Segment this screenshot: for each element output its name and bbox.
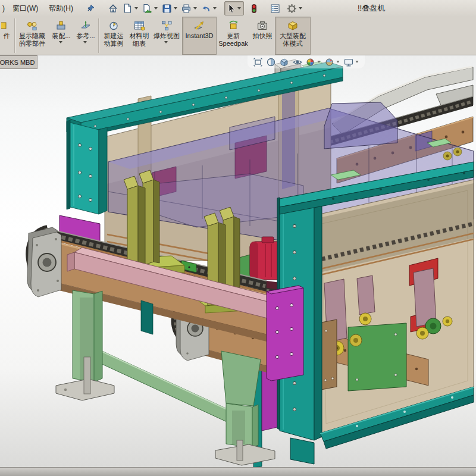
dropdown-arrow-icon[interactable] — [134, 7, 138, 10]
menu-bar: ) 窗口(W) 帮助(H) !!叠盘机 — [0, 0, 476, 17]
show-hidden-components-icon — [26, 19, 38, 32]
new-document-button[interactable] — [120, 2, 134, 15]
model-magenta-plate[interactable] — [267, 286, 303, 381]
appearance-icon[interactable] — [304, 56, 317, 68]
ribbon-button-large-assembly-mode[interactable]: 大型装配 体模式 — [275, 17, 311, 55]
ribbon-toolbar: 件 显示隐藏 的零部件 装配... 参考... 新建运 动算例 材料明 — [0, 17, 476, 55]
dropdown-arrow-icon[interactable] — [355, 61, 358, 62]
update-speedpak-icon — [227, 19, 239, 32]
dropdown-arrow-icon[interactable] — [299, 7, 302, 10]
dropdown-arrow-icon[interactable] — [193, 7, 197, 10]
ribbon-button-show-hidden-components[interactable]: 显示隐藏 的零部件 — [16, 17, 48, 55]
hide-show-items-icon[interactable] — [291, 56, 303, 68]
motion-study-icon — [108, 19, 120, 32]
large-assembly-mode-icon — [286, 19, 299, 32]
ribbon-button-take-snapshot[interactable]: 拍快照 — [250, 17, 275, 55]
menu-item-cropped[interactable]: ) — [0, 0, 7, 17]
ribbon-button-bill-of-materials[interactable]: 材料明 细表 — [127, 17, 151, 55]
zoom-fit-icon[interactable] — [252, 56, 264, 68]
bill-of-materials-icon — [133, 19, 145, 32]
tab-solidworks-mbd[interactable]: ORKS MBD — [0, 55, 37, 69]
assembly-model — [0, 55, 476, 468]
ribbon-button-reference[interactable]: 参考... — [74, 17, 97, 55]
select-cursor-button[interactable] — [224, 1, 244, 15]
dropdown-arrow-icon[interactable] — [174, 7, 177, 10]
graphics-viewport[interactable] — [0, 55, 476, 468]
pin-icon[interactable] — [83, 2, 98, 15]
reference-geometry-icon — [80, 19, 92, 32]
exploded-view-icon — [161, 19, 173, 32]
performance-icon[interactable] — [247, 2, 261, 15]
assembly-icon — [55, 19, 67, 32]
heads-up-view-toolbar — [248, 55, 365, 68]
instant3d-icon — [193, 19, 206, 32]
menu-item-help[interactable]: 帮助(H) — [43, 0, 79, 17]
separator — [14, 18, 15, 53]
undo-button[interactable] — [199, 2, 213, 15]
save-button[interactable] — [159, 2, 174, 15]
print-button[interactable] — [179, 2, 193, 15]
home-button[interactable] — [106, 2, 120, 15]
properties-button[interactable] — [268, 2, 282, 15]
dropdown-arrow-icon[interactable] — [317, 61, 320, 62]
view-orientation-icon[interactable] — [278, 56, 290, 68]
separator — [98, 18, 99, 53]
status-bar — [0, 467, 476, 476]
section-view-icon[interactable] — [265, 56, 277, 68]
dropdown-arrow-icon[interactable] — [164, 41, 168, 43]
ribbon-button-new-motion-study[interactable]: 新建运 动算例 — [100, 17, 127, 55]
snapshot-camera-icon — [256, 19, 268, 32]
dropdown-arrow-icon[interactable] — [83, 41, 87, 43]
ribbon-button-partial[interactable]: 件 — [0, 17, 13, 55]
options-gear-button[interactable] — [284, 2, 299, 15]
ribbon-button-exploded-view[interactable]: 爆炸视图 — [151, 17, 182, 55]
dropdown-arrow-icon[interactable] — [213, 7, 217, 10]
open-button[interactable] — [140, 2, 154, 15]
ribbon-button-instant3d[interactable]: Instant3D — [182, 17, 217, 55]
window-title: !!叠盘机 — [358, 0, 385, 17]
dropdown-arrow-icon[interactable] — [59, 41, 62, 43]
dropdown-arrow-icon[interactable] — [154, 7, 158, 10]
dropdown-arrow-icon[interactable] — [237, 7, 241, 10]
ribbon-button-assembly[interactable]: 装配... — [48, 17, 74, 55]
dropdown-arrow-icon[interactable] — [336, 61, 339, 62]
menu-item-window[interactable]: 窗口(W) — [7, 0, 43, 17]
ribbon-button-update-speedpak[interactable]: 更新 Speedpak — [217, 17, 250, 55]
scene-icon[interactable] — [323, 56, 336, 68]
display-style-icon[interactable] — [342, 56, 355, 68]
